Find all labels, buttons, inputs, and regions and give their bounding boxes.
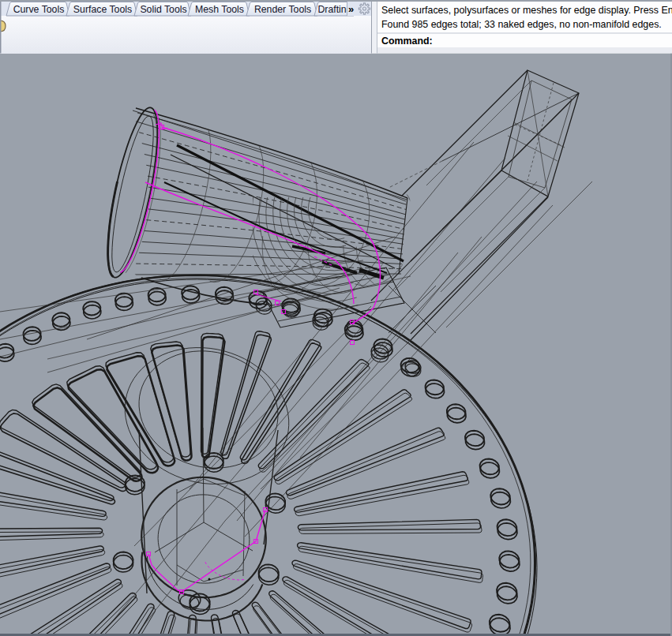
- svg-text:»: »: [348, 3, 354, 15]
- svg-text:Curve Tools: Curve Tools: [13, 4, 65, 15]
- svg-text:Surface Tools: Surface Tools: [73, 4, 132, 15]
- svg-text:Render Tools: Render Tools: [254, 4, 311, 15]
- svg-text:Found 985 edges total; 33 nake: Found 985 edges total; 33 naked edges, n…: [381, 19, 662, 30]
- svg-text:Mesh Tools: Mesh Tools: [195, 4, 244, 15]
- svg-text:Solid Tools: Solid Tools: [140, 4, 186, 15]
- svg-text:Command:: Command:: [381, 36, 433, 47]
- svg-text:Select surfaces, polysurfaces: Select surfaces, polysurfaces or meshes …: [381, 5, 672, 16]
